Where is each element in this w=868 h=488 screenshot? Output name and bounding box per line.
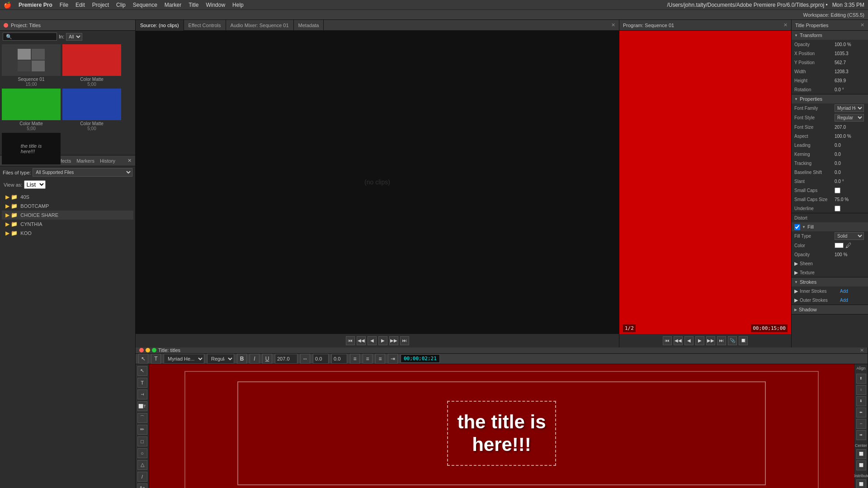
thumb-green-matte[interactable]: Color Matte 5;00 <box>2 89 61 131</box>
font-style-toolbar-select[interactable]: Regular <box>207 354 234 364</box>
menu-title[interactable]: Title <box>189 2 198 8</box>
title-canvas[interactable]: the title is here!!! <box>149 364 854 488</box>
outer-strokes-add[interactable]: Add <box>840 298 848 303</box>
project-search-input[interactable] <box>3 33 57 41</box>
align-left-btn[interactable]: ≡ <box>350 354 360 364</box>
fill-type-select[interactable]: Solid <box>835 232 864 240</box>
title-min-btn[interactable] <box>146 348 150 352</box>
menu-help[interactable]: Help <box>232 2 244 8</box>
prog-ctrl-7[interactable]: 🔲 <box>739 336 748 345</box>
project-close-btn[interactable] <box>4 23 8 28</box>
menu-window[interactable]: Window <box>206 2 225 8</box>
font-family-select[interactable]: Myriad He... <box>835 104 864 112</box>
tool-ellipse[interactable]: ○ <box>137 448 147 458</box>
menu-clip[interactable]: Clip <box>116 2 126 8</box>
thumb-blue-matte[interactable]: Color Matte 5;00 <box>62 89 121 131</box>
menu-edit[interactable]: Edit <box>75 2 85 8</box>
source-tab[interactable]: Source: (no clips) <box>136 20 184 31</box>
fill-color-swatch[interactable] <box>835 243 844 248</box>
prog-ctrl-2[interactable]: ◀◀ <box>674 336 683 345</box>
align-left[interactable]: ⬅ <box>856 408 866 418</box>
align-right-btn[interactable]: ≡ <box>375 354 385 364</box>
source-play-btn[interactable]: ▶ <box>378 336 387 345</box>
inner-strokes-add[interactable]: Add <box>840 289 848 294</box>
folder-choice-share[interactable]: ▶ 📁 CHOICE SHARE <box>2 211 133 220</box>
align-vcenter[interactable]: ↕ <box>856 385 866 395</box>
fill-color-eyedropper[interactable]: 🖊 <box>845 242 852 249</box>
center-horiz[interactable]: ⬜ <box>856 460 866 470</box>
font-style-select[interactable]: Regular <box>835 114 864 122</box>
title-max-btn[interactable] <box>152 348 156 352</box>
leading-toolbar-input[interactable] <box>313 354 329 364</box>
tracking-toolbar-input[interactable] <box>331 354 347 364</box>
in-select[interactable]: All <box>66 33 82 41</box>
source-ctrl-4[interactable]: ▶▶ <box>389 336 398 345</box>
title-tool-text[interactable]: T <box>151 354 161 364</box>
strokes-header[interactable]: ▼ Strokes <box>792 277 868 286</box>
kerning-btn[interactable]: ↔ <box>300 354 310 364</box>
tool-path[interactable]: ⌒ <box>137 413 147 423</box>
font-size-toolbar-input[interactable] <box>275 354 297 364</box>
source-ctrl-1[interactable]: ⏮ <box>346 336 355 345</box>
markers-tab[interactable]: Markers <box>76 158 94 164</box>
thumb-red-matte[interactable]: Color Matte 5;00 <box>62 44 121 87</box>
media-browser-close[interactable]: ✕ <box>127 158 132 164</box>
underline-checkbox[interactable] <box>835 206 840 211</box>
prog-ctrl-4[interactable]: ▶▶ <box>706 336 715 345</box>
menu-sequence[interactable]: Sequence <box>133 2 157 8</box>
align-top[interactable]: ⬆ <box>856 374 866 384</box>
transform-header[interactable]: ▼ Transform <box>792 31 868 40</box>
file-type-select[interactable]: All Supported Files <box>33 168 132 177</box>
tool-area-text[interactable]: ⬜T <box>137 401 147 411</box>
align-hcenter[interactable]: ↔ <box>856 419 866 429</box>
properties-header[interactable]: ▼ Properties <box>792 94 868 103</box>
folder-cynthia[interactable]: ▶ 📁 CYNTHIA <box>2 220 133 229</box>
prog-ctrl-6[interactable]: 📎 <box>728 336 737 345</box>
tool-pen[interactable]: ✏ <box>137 425 147 435</box>
tool-text[interactable]: T <box>137 378 147 388</box>
effect-controls-tab[interactable]: Effect Controls <box>184 20 226 31</box>
tool-line[interactable]: / <box>137 472 147 482</box>
app-name[interactable]: Premiere Pro <box>19 2 52 8</box>
prog-ctrl-1[interactable]: ⏮ <box>663 336 672 345</box>
align-center-btn[interactable]: ≡ <box>363 354 373 364</box>
title-text-box[interactable]: the title is here!!! <box>447 401 556 466</box>
font-family-toolbar-select[interactable]: Myriad He... <box>164 354 204 364</box>
tool-pointer[interactable]: ↖ <box>137 366 147 376</box>
menu-project[interactable]: Project <box>92 2 109 8</box>
fill-header[interactable]: ▼ Fill <box>792 222 868 231</box>
menu-file[interactable]: File <box>60 2 68 8</box>
title-close-btn[interactable] <box>139 348 144 352</box>
shadow-header[interactable]: ▶ Shadow <box>792 305 868 314</box>
history-tab[interactable]: History <box>100 158 115 164</box>
program-monitor-close[interactable]: ✕ <box>783 22 788 28</box>
folder-40s[interactable]: ▶ 📁 40S <box>2 192 133 202</box>
source-ctrl-3[interactable]: ◀ <box>368 336 377 345</box>
italic-btn[interactable]: I <box>250 354 259 364</box>
apple-menu[interactable]: 🍎 <box>4 1 11 9</box>
fill-checkbox[interactable] <box>794 224 800 230</box>
small-caps-checkbox[interactable] <box>835 188 840 193</box>
title-tool-select[interactable]: ↖ <box>138 354 148 364</box>
folder-koo[interactable]: ▶ 📁 KOO <box>2 229 133 238</box>
tool-vertical-text[interactable]: T <box>137 389 147 399</box>
bold-btn[interactable]: B <box>237 354 247 364</box>
view-as-select[interactable]: ListIcon <box>24 180 46 189</box>
menu-marker[interactable]: Marker <box>165 2 181 8</box>
align-bottom[interactable]: ⬇ <box>856 396 866 406</box>
source-close[interactable]: ✕ <box>608 22 619 28</box>
source-ctrl-2[interactable]: ◀◀ <box>357 336 366 345</box>
tool-rect[interactable]: □ <box>137 436 147 446</box>
prog-play-btn[interactable]: ▶ <box>695 336 704 345</box>
prog-ctrl-3[interactable]: ◀ <box>684 336 693 345</box>
title-props-close[interactable]: ✕ <box>860 22 864 28</box>
title-window-close[interactable]: ✕ <box>860 347 864 353</box>
underline-btn[interactable]: U <box>262 354 272 364</box>
tool-aa[interactable]: Aa <box>137 483 147 488</box>
dist-1[interactable]: ⬜ <box>856 479 866 488</box>
audio-mixer-tab[interactable]: Audio Mixer: Sequence 01 <box>226 20 294 31</box>
tool-wedge[interactable]: △ <box>137 460 147 470</box>
center-vert[interactable]: ⬜ <box>856 449 866 459</box>
source-ctrl-5[interactable]: ⏭ <box>400 336 409 345</box>
align-right[interactable]: ➡ <box>856 430 866 440</box>
